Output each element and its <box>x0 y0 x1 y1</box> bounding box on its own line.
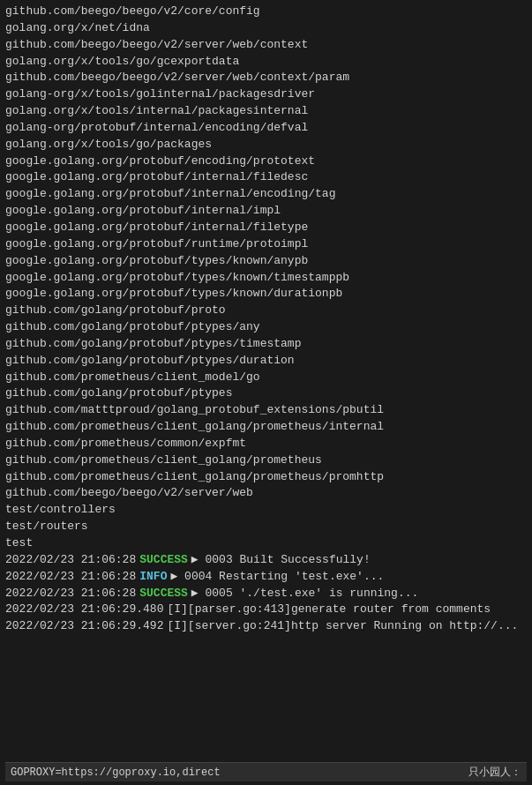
log-message: generate router from comments <box>291 602 491 618</box>
bottom-bar: GOPROXY=https://goproxy.io,direct 只小园人： <box>5 762 527 781</box>
line: github.com/beego/beego/v2/server/web <box>5 485 527 502</box>
line: test/routers <box>5 519 527 535</box>
line: github.com/beego/beego/v2/server/web/con… <box>5 70 527 86</box>
line: github.com/beego/beego/v2/core/config <box>5 4 527 20</box>
line: google.golang.org/protobuf/runtime/proto… <box>5 236 527 253</box>
log-timestamp: 2022/02/23 21:06:28 <box>5 586 136 602</box>
bottom-bar-right-item: 只小园人： <box>468 765 521 780</box>
log-entry-success-1: 2022/02/23 21:06:28 SUCCESS ▶ 0003 Built… <box>5 552 527 569</box>
log-timestamp: 2022/02/23 21:06:29.480 <box>5 602 163 618</box>
log-timestamp: 2022/02/23 21:06:29.492 <box>5 618 163 635</box>
line: google.golang.org/protobuf/internal/file… <box>5 220 527 236</box>
line: google.golang.org/protobuf/internal/enco… <box>5 186 527 203</box>
log-timestamp: 2022/02/23 21:06:28 <box>5 569 136 586</box>
line: github.com/golang/protobuf/ptypes <box>5 385 527 402</box>
log-entry-info-1: 2022/02/23 21:06:28 INFO ▶ 0004 Restarti… <box>5 569 527 586</box>
line: test/controllers <box>5 502 527 519</box>
log-lines: github.com/beego/beego/v2/core/config go… <box>5 4 527 762</box>
log-entry-parser: 2022/02/23 21:06:29.480 [I] [parser.go:4… <box>5 602 527 618</box>
log-timestamp: 2022/02/23 21:06:28 <box>5 552 136 569</box>
log-message: ▶ 0005 './test.exe' is running... <box>191 586 418 602</box>
line: golang.org/x/net/idna <box>5 20 527 37</box>
line: github.com/prometheus/client_model/go <box>5 370 527 386</box>
line: google.golang.org/protobuf/types/known/t… <box>5 270 527 287</box>
line: google.golang.org/protobuf/internal/impl <box>5 203 527 220</box>
log-parser-ref: [parser.go:413] <box>188 602 291 618</box>
line: github.com/beego/beego/v2/server/web/con… <box>5 37 527 54</box>
log-entry-success-2: 2022/02/23 21:06:28 SUCCESS ▶ 0005 './te… <box>5 586 527 602</box>
line: test <box>5 535 527 552</box>
log-bracket: [I] <box>167 618 187 635</box>
bottom-bar-left: GOPROXY=https://goproxy.io,direct <box>11 766 221 779</box>
line: google.golang.org/protobuf/encoding/prot… <box>5 153 527 170</box>
line: github.com/golang/protobuf/proto <box>5 303 527 319</box>
line: github.com/prometheus/common/expfmt <box>5 436 527 452</box>
line: golang-org/protobuf/internal/encoding/de… <box>5 120 527 137</box>
log-message: http server Running on http://... <box>291 618 518 635</box>
log-level-info: INFO <box>139 569 167 586</box>
log-entry-server: 2022/02/23 21:06:29.492 [I] [server.go:2… <box>5 618 527 635</box>
bottom-bar-right: 只小园人： <box>468 765 521 780</box>
line: google.golang.org/protobuf/types/known/a… <box>5 253 527 270</box>
line: github.com/golang/protobuf/ptypes/durati… <box>5 353 527 370</box>
terminal: github.com/beego/beego/v2/core/config go… <box>0 0 532 785</box>
line: github.com/prometheus/client_golang/prom… <box>5 419 527 436</box>
log-level-success: SUCCESS <box>139 586 188 602</box>
line: golang.org/x/tools/go/gcexportdata <box>5 54 527 71</box>
line: github.com/golang/protobuf/ptypes/timest… <box>5 336 527 353</box>
line: github.com/matttproud/golang_protobuf_ex… <box>5 402 527 419</box>
log-level-success: SUCCESS <box>139 552 188 569</box>
line: github.com/prometheus/client_golang/prom… <box>5 469 527 486</box>
log-server-ref: [server.go:241] <box>188 618 291 635</box>
log-message: ▶ 0003 Built Successfully! <box>191 552 371 569</box>
log-message: ▶ 0004 Restarting 'test.exe'... <box>170 569 384 586</box>
line: golang-org/x/tools/golinternal/packagesd… <box>5 86 527 103</box>
line: google.golang.org/protobuf/types/known/d… <box>5 286 527 303</box>
line: golang.org/x/tools/internal/packagesinte… <box>5 103 527 120</box>
log-bracket: [I] <box>167 602 187 618</box>
line: golang.org/x/tools/go/packages <box>5 137 527 153</box>
line: github.com/prometheus/client_golang/prom… <box>5 452 527 469</box>
line: github.com/golang/protobuf/ptypes/any <box>5 319 527 336</box>
line: google.golang.org/protobuf/internal/file… <box>5 169 527 186</box>
